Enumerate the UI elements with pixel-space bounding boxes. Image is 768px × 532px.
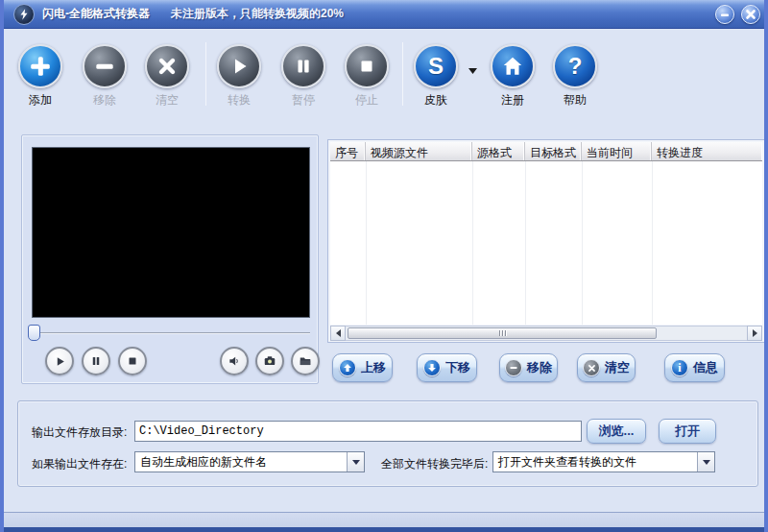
unregistered-notice: 未注册版本，只能转换视频的20% (171, 6, 344, 22)
column-header-target-format[interactable]: 目标格式 (525, 142, 582, 160)
stop-button: 停止 (340, 44, 394, 109)
x-icon (145, 44, 189, 88)
chevron-down-icon[interactable] (697, 452, 714, 472)
video-preview-panel (21, 134, 319, 384)
move-up-label: 上移 (361, 359, 386, 376)
skin-dropdown-caret[interactable] (468, 63, 477, 77)
column-header-source-format[interactable]: 源格式 (472, 142, 525, 160)
clear-list-label: 清空 (605, 359, 630, 376)
after-convert-select[interactable]: 打开文件夹查看转换的文件 (492, 451, 715, 472)
add-label: 添加 (13, 92, 67, 109)
close-icon (745, 9, 756, 20)
preview-play-button[interactable] (45, 347, 74, 375)
stop-icon (345, 44, 389, 88)
if-exists-select[interactable]: 自动生成相应的新文件名 (134, 451, 365, 472)
pause-label: 暂停 (276, 92, 330, 109)
app-icon[interactable] (13, 4, 35, 25)
output-dir-label: 输出文件存放目录: (32, 424, 127, 441)
close-button[interactable] (741, 5, 760, 24)
status-bar (4, 512, 764, 527)
remove-label: 移除 (78, 92, 132, 109)
browse-label: 浏览... (599, 423, 635, 440)
minimize-icon (719, 9, 731, 20)
video-screen (32, 147, 310, 318)
pause-icon (281, 44, 325, 88)
minus-icon (83, 44, 127, 88)
remove-button: 移除 (78, 44, 132, 109)
horizontal-scrollbar[interactable] (330, 326, 762, 341)
clear-button: 清空 (140, 44, 194, 109)
snapshot-button[interactable] (255, 347, 284, 375)
remove-item-label: 移除 (527, 359, 552, 376)
scroll-right-arrow[interactable] (747, 326, 762, 341)
home-icon (491, 44, 535, 88)
column-header-progress[interactable]: 转换进度 (652, 142, 762, 160)
skin-icon: S (414, 44, 458, 88)
scrollbar-thumb[interactable] (348, 327, 657, 339)
folder-icon (299, 354, 312, 368)
file-list-header: 序号 视频源文件 源格式 目标格式 当前时间 转换进度 (330, 142, 762, 161)
info-label: 信息 (693, 359, 718, 376)
x-icon (583, 359, 600, 376)
arrow-up-icon (339, 359, 356, 376)
minimize-button[interactable] (715, 5, 734, 24)
window-title: 闪电-全能格式转换器 (42, 6, 150, 22)
arrow-down-icon (423, 359, 441, 376)
play-icon (217, 44, 261, 88)
titlebar: 闪电-全能格式转换器 未注册版本，只能转换视频的20% (0, 0, 768, 29)
preview-pause-button[interactable] (82, 347, 110, 375)
toolbar-separator (205, 42, 206, 106)
seek-track[interactable] (32, 332, 310, 334)
file-list-body[interactable] (330, 161, 762, 325)
column-header-current-time[interactable]: 当前时间 (582, 142, 652, 160)
remove-item-button[interactable]: 移除 (499, 353, 558, 382)
camera-icon (263, 354, 276, 368)
register-button[interactable]: 注册 (486, 44, 540, 109)
open-file-button[interactable] (291, 347, 320, 375)
register-label: 注册 (486, 92, 540, 109)
scroll-left-arrow[interactable] (330, 326, 346, 341)
seek-thumb[interactable] (28, 325, 40, 341)
clear-list-button[interactable]: 清空 (577, 353, 636, 382)
stop-icon (127, 355, 138, 367)
lightning-icon (17, 8, 31, 21)
move-down-label: 下移 (445, 359, 470, 376)
info-button[interactable]: i 信息 (664, 353, 725, 382)
plus-icon (18, 44, 62, 88)
window-bottom-border (0, 527, 768, 532)
play-icon (54, 355, 66, 368)
open-dir-button[interactable]: 打开 (659, 419, 716, 444)
skin-button[interactable]: S 皮肤 (409, 44, 463, 109)
pause-button: 暂停 (276, 44, 330, 109)
move-down-button[interactable]: 下移 (417, 353, 477, 382)
toolbar-separator (402, 42, 403, 106)
after-convert-value: 打开文件夹查看转换的文件 (493, 454, 697, 471)
move-up-button[interactable]: 上移 (332, 353, 393, 382)
preview-stop-button[interactable] (118, 347, 147, 375)
speaker-icon (228, 354, 241, 368)
browse-button[interactable]: 浏览... (587, 419, 646, 444)
output-dir-input[interactable] (134, 421, 582, 442)
convert-button: 转换 (212, 44, 266, 109)
seek-bar[interactable] (28, 324, 314, 343)
pause-icon (90, 355, 102, 367)
info-icon: i (671, 359, 688, 376)
stop-label: 停止 (340, 92, 394, 109)
after-convert-label: 全部文件转换完毕后: (381, 456, 488, 472)
column-header-source-file[interactable]: 视频源文件 (366, 142, 472, 160)
clear-label: 清空 (140, 92, 194, 109)
help-button[interactable]: ? 帮助 (548, 44, 602, 109)
toolbar: 添加 移除 清空 转换 暂停 (4, 29, 764, 125)
file-list-panel: 序号 视频源文件 源格式 目标格式 当前时间 转换进度 (327, 139, 765, 343)
minus-icon (505, 359, 522, 376)
add-button[interactable]: 添加 (13, 44, 67, 109)
app-window: 闪电-全能格式转换器 未注册版本，只能转换视频的20% 添加 移除 (0, 0, 768, 532)
skin-label: 皮肤 (409, 92, 463, 109)
column-header-index[interactable]: 序号 (330, 142, 366, 160)
question-icon: ? (553, 44, 597, 88)
output-settings-group: 输出文件存放目录: 浏览... 打开 如果输出文件存在: 自动生成相应的新文件名… (17, 400, 758, 487)
chevron-down-icon[interactable] (347, 452, 364, 472)
help-label: 帮助 (548, 92, 602, 109)
if-exists-label: 如果输出文件存在: (32, 456, 127, 472)
volume-button[interactable] (220, 347, 249, 375)
